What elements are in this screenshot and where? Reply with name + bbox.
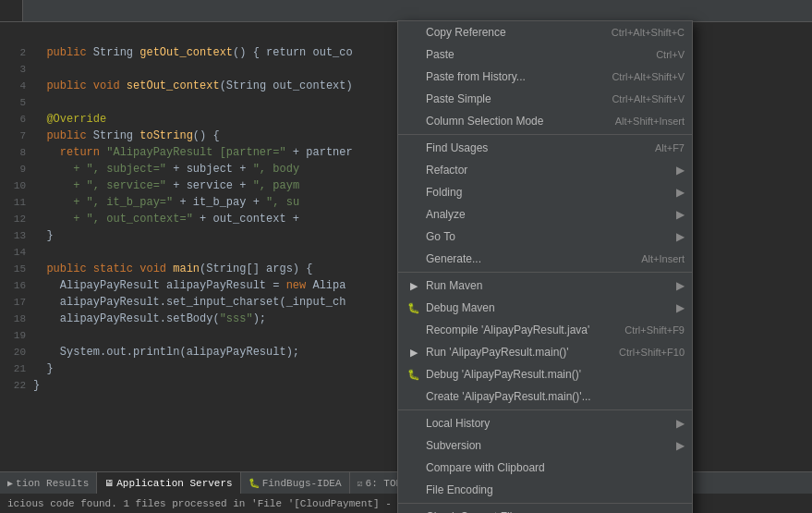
line-number: 10	[0, 177, 33, 194]
menu-item-label: Column Selection Mode	[426, 115, 597, 128]
tab-bar	[0, 0, 812, 22]
menu-item-label: Compare with Clipboard	[426, 461, 685, 474]
menu-item-label: Refactor	[426, 164, 673, 177]
menu-item-label: Subversion	[426, 439, 673, 452]
menu-item-icon: 🐛	[406, 299, 422, 316]
status-tab-label: FindBugs-IDEA	[262, 478, 342, 489]
status-tab-icon: ☑	[358, 478, 363, 489]
line-number: 17	[0, 294, 33, 311]
status-tab-label: tion Results	[16, 478, 89, 489]
menu-item-icon: ✔	[406, 508, 422, 513]
menu-item-shortcut: Alt+Shift+Insert	[615, 116, 685, 127]
menu-item-icon	[406, 206, 422, 223]
menu-item-icon: ▶	[406, 344, 422, 360]
menu-item-debug-maven[interactable]: 🐛Debug Maven▶	[398, 297, 692, 319]
status-tab-icon: ▶	[7, 478, 13, 489]
menu-item-recompile[interactable]: Recompile 'AlipayPayResult.java'Ctrl+Shi…	[398, 319, 692, 341]
menu-item-paste[interactable]: PasteCtrl+V	[398, 43, 692, 66]
menu-item-shortcut: Ctrl+Alt+Shift+V	[612, 71, 685, 82]
menu-item-label: Copy Reference	[426, 26, 593, 39]
menu-item-arrow: ▶	[676, 186, 685, 199]
status-tab-icon: 🐛	[248, 478, 260, 489]
status-tab-app-servers[interactable]: 🖥Application Servers	[97, 472, 240, 494]
menu-item-arrow: ▶	[676, 164, 685, 177]
menu-item-icon: ▶	[406, 277, 422, 294]
menu-item-icon	[406, 250, 422, 267]
line-number: 2	[0, 44, 33, 61]
menu-item-label: Run 'AlipayPayResult.main()'	[426, 346, 600, 359]
menu-item-go-to[interactable]: Go To▶	[398, 226, 692, 248]
line-number: 5	[0, 94, 33, 111]
menu-item-label: Create 'AlipayPayResult.main()'...	[426, 390, 685, 403]
menu-item-label: Recompile 'AlipayPayResult.java'	[426, 324, 606, 336]
menu-item-icon	[406, 140, 422, 156]
line-number: 13	[0, 227, 33, 244]
line-number: 3	[0, 61, 33, 78]
menu-item-shortcut: Ctrl+Alt+Shift+C	[612, 27, 685, 38]
menu-item-refactor[interactable]: Refactor▶	[398, 159, 692, 181]
line-number: 21	[0, 360, 33, 377]
menu-item-arrow: ▶	[676, 279, 685, 292]
status-tab-findbugs[interactable]: 🐛FindBugs-IDEA	[241, 472, 350, 494]
menu-item-label: Paste	[426, 48, 637, 61]
menu-separator	[398, 409, 692, 410]
menu-item-folding[interactable]: Folding▶	[398, 181, 692, 203]
menu-separator	[398, 503, 692, 504]
menu-item-file-encoding[interactable]: File Encoding	[398, 479, 692, 501]
menu-item-shortcut: Alt+Insert	[641, 253, 685, 264]
menu-item-analyze[interactable]: Analyze▶	[398, 203, 692, 226]
menu-item-compare-clipboard[interactable]: Compare with Clipboard	[398, 457, 692, 479]
menu-item-icon	[406, 415, 422, 432]
status-tab-run-results[interactable]: ▶tion Results	[0, 472, 97, 494]
line-number: 7	[0, 128, 33, 144]
menu-item-paste-from-history[interactable]: Paste from History...Ctrl+Alt+Shift+V	[398, 66, 692, 88]
menu-item-icon	[406, 388, 422, 405]
line-number: 12	[0, 211, 33, 227]
menu-item-icon	[406, 68, 422, 85]
menu-item-label: File Encoding	[426, 483, 685, 496]
menu-item-label: Folding	[426, 186, 673, 199]
menu-item-label: Generate...	[426, 252, 623, 265]
menu-item-local-history[interactable]: Local History▶	[398, 412, 692, 434]
menu-item-shortcut: Alt+F7	[655, 142, 685, 153]
menu-item-shortcut: Ctrl+Alt+Shift+V	[612, 93, 685, 104]
status-tab-icon: 🖥	[104, 478, 114, 489]
active-tab[interactable]	[0, 0, 23, 21]
menu-item-subversion[interactable]: Subversion▶	[398, 434, 692, 457]
menu-item-icon	[406, 91, 422, 107]
menu-item-paste-simple[interactable]: Paste SimpleCtrl+Alt+Shift+V	[398, 88, 692, 110]
menu-item-check-current[interactable]: ✔Check Current File	[398, 506, 692, 513]
menu-item-column-selection-mode[interactable]: Column Selection ModeAlt+Shift+Insert	[398, 110, 692, 132]
menu-item-icon	[406, 24, 422, 41]
menu-item-create-main[interactable]: Create 'AlipayPayResult.main()'...	[398, 385, 692, 408]
menu-item-label: Analyze	[426, 208, 673, 221]
menu-item-arrow: ▶	[676, 439, 685, 452]
menu-item-icon	[406, 184, 422, 201]
menu-item-icon	[406, 437, 422, 454]
line-number: 16	[0, 277, 33, 294]
menu-item-debug-main[interactable]: 🐛Debug 'AlipayPayResult.main()'	[398, 363, 692, 385]
line-number: 14	[0, 244, 33, 261]
menu-item-run-main[interactable]: ▶Run 'AlipayPayResult.main()'Ctrl+Shift+…	[398, 341, 692, 363]
menu-item-icon	[406, 322, 422, 338]
menu-item-shortcut: Ctrl+V	[656, 49, 685, 60]
menu-item-shortcut: Ctrl+Shift+F9	[624, 324, 685, 336]
menu-item-label: Run Maven	[426, 279, 673, 292]
menu-item-icon	[406, 228, 422, 245]
menu-item-generate[interactable]: Generate...Alt+Insert	[398, 248, 692, 270]
menu-item-run-maven[interactable]: ▶Run Maven▶	[398, 275, 692, 297]
menu-item-copy-reference[interactable]: Copy ReferenceCtrl+Alt+Shift+C	[398, 21, 692, 43]
status-tab-label: Application Servers	[116, 478, 232, 489]
menu-item-icon: 🐛	[406, 366, 422, 383]
menu-item-arrow: ▶	[676, 230, 685, 243]
menu-item-label: Local History	[426, 417, 673, 430]
menu-item-label: Find Usages	[426, 141, 636, 154]
line-number: 15	[0, 261, 33, 277]
line-number: 9	[0, 161, 33, 177]
menu-separator	[398, 272, 692, 273]
line-number: 22	[0, 377, 33, 394]
menu-item-icon	[406, 162, 422, 178]
menu-item-arrow: ▶	[676, 417, 685, 430]
menu-item-find-usages[interactable]: Find UsagesAlt+F7	[398, 137, 692, 159]
line-number: 11	[0, 194, 33, 211]
